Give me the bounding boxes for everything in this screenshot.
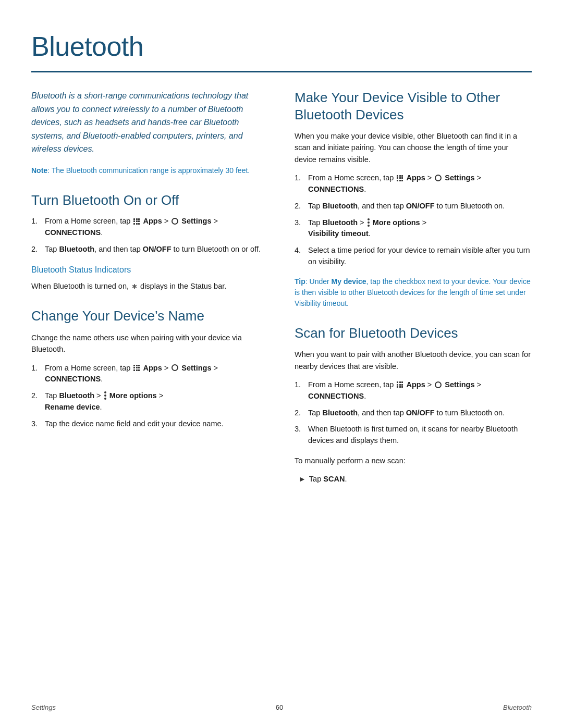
step-text: From a Home screen, tap Apps > Settings … — [308, 172, 532, 195]
step-item: 3. When Bluetooth is first turned on, it… — [295, 424, 532, 447]
bluetooth-symbol: ✱ — [132, 282, 137, 292]
footer-left: Settings — [31, 702, 56, 713]
step-text: Tap the device name field and edit your … — [45, 418, 268, 430]
page-title: Bluetooth — [31, 26, 532, 67]
step-item: 1. From a Home screen, tap Apps > Settin… — [31, 363, 268, 386]
scan-step-text: Tap SCAN. — [309, 474, 347, 485]
settings-icon — [435, 381, 442, 388]
step-item: 1. From a Home screen, tap Apps > Settin… — [295, 172, 532, 195]
step-number: 2. — [31, 244, 41, 255]
arrow-icon: ► — [299, 474, 306, 485]
more-options-icon — [104, 391, 106, 400]
settings-icon — [172, 218, 178, 225]
scan-intro: When you want to pair with another Bluet… — [295, 349, 532, 372]
step-text: From a Home screen, tap Apps > Settings … — [45, 216, 268, 239]
apps-icon — [133, 365, 140, 371]
section-turn-bluetooth: Turn Bluetooth On or Off 1. From a Home … — [31, 192, 268, 292]
scan-steps: 1. From a Home screen, tap Apps > Settin… — [295, 379, 532, 447]
footer-right: Bluetooth — [503, 702, 532, 713]
step-text: From a Home screen, tap Apps > Settings … — [308, 379, 532, 402]
step-text: Tap Bluetooth, and then tap ON/OFF to tu… — [308, 408, 532, 419]
step-text: Tap Bluetooth, and then tap ON/OFF to tu… — [308, 201, 532, 212]
step-item: 3. Tap the device name field and edit yo… — [31, 418, 268, 430]
step-number: 1. — [295, 172, 304, 195]
apps-icon — [133, 218, 140, 225]
step-number: 3. — [295, 424, 304, 447]
step-number: 2. — [31, 390, 41, 413]
turn-bluetooth-heading: Turn Bluetooth On or Off — [31, 192, 268, 209]
make-visible-intro: When you make your device visible, other… — [295, 130, 532, 165]
change-name-heading: Change Your Device’s Name — [31, 307, 268, 325]
intro-text: Bluetooth is a short-range communication… — [31, 89, 268, 156]
apps-icon — [397, 381, 403, 388]
step-number: 1. — [295, 379, 304, 402]
step-number: 1. — [31, 216, 41, 239]
step-text: Tap Bluetooth > More options >Visibility… — [308, 217, 532, 240]
make-visible-tip: Tip: Under My device, tap the checkbox n… — [295, 276, 532, 309]
apps-icon — [397, 175, 403, 181]
change-name-steps: 1. From a Home screen, tap Apps > Settin… — [31, 363, 268, 430]
title-divider — [31, 71, 532, 72]
step-number: 2. — [295, 201, 304, 212]
step-text: Tap Bluetooth > More options >Rename dev… — [45, 390, 268, 413]
step-number: 1. — [31, 363, 41, 386]
step-number: 2. — [295, 408, 304, 419]
note-label: Note — [31, 166, 47, 175]
bluetooth-status-indicators-heading: Bluetooth Status Indicators — [31, 264, 268, 276]
step-text: From a Home screen, tap Apps > Settings … — [45, 363, 268, 386]
step-number: 3. — [31, 418, 41, 430]
tip-label: Tip — [295, 277, 305, 286]
step-text: When Bluetooth is first turned on, it sc… — [308, 424, 532, 447]
step-number: 4. — [295, 245, 304, 268]
step-item: 1. From a Home screen, tap Apps > Settin… — [31, 216, 268, 239]
step-item: 2. Tap Bluetooth, and then tap ON/OFF to… — [295, 408, 532, 419]
settings-icon — [172, 364, 178, 371]
step-item: 3. Tap Bluetooth > More options >Visibil… — [295, 217, 532, 240]
scan-heading: Scan for Bluetooth Devices — [295, 325, 532, 342]
step-item: 2. Tap Bluetooth, and then tap ON/OFF to… — [295, 201, 532, 212]
step-text: Select a time period for your device to … — [308, 245, 532, 268]
make-visible-heading: Make Your Device Visible to Other Blueto… — [295, 89, 532, 123]
step-item: 1. From a Home screen, tap Apps > Settin… — [295, 379, 532, 402]
note-text: Note: The Bluetooth communication range … — [31, 165, 268, 176]
section-change-name: Change Your Device’s Name Change the nam… — [31, 307, 268, 429]
manual-scan-label: To manually perform a new scan: — [295, 455, 532, 466]
step-text: Tap Bluetooth, and then tap ON/OFF to tu… — [45, 244, 268, 255]
scan-bullet: ► Tap SCAN. — [299, 474, 532, 485]
change-name-intro: Change the name others use when pairing … — [31, 332, 268, 355]
step-item: 2. Tap Bluetooth > More options >Rename … — [31, 390, 268, 413]
section-make-visible: Make Your Device Visible to Other Blueto… — [295, 89, 532, 309]
bluetooth-status-text: When Bluetooth is turned on, ✱ displays … — [31, 280, 268, 292]
settings-icon — [435, 175, 442, 181]
page-footer: Settings 60 Bluetooth — [0, 702, 563, 713]
more-options-icon — [368, 218, 370, 227]
step-item: 2. Tap Bluetooth, and then tap ON/OFF to… — [31, 244, 268, 255]
footer-page-number: 60 — [276, 702, 283, 713]
make-visible-steps: 1. From a Home screen, tap Apps > Settin… — [295, 172, 532, 267]
step-number: 3. — [295, 217, 304, 240]
tip-bold-word: My device — [332, 277, 366, 286]
note-body: : The Bluetooth communication range is a… — [47, 166, 250, 175]
step-item: 4. Select a time period for your device … — [295, 245, 532, 268]
section-scan: Scan for Bluetooth Devices When you want… — [295, 325, 532, 485]
turn-bluetooth-steps: 1. From a Home screen, tap Apps > Settin… — [31, 216, 268, 255]
